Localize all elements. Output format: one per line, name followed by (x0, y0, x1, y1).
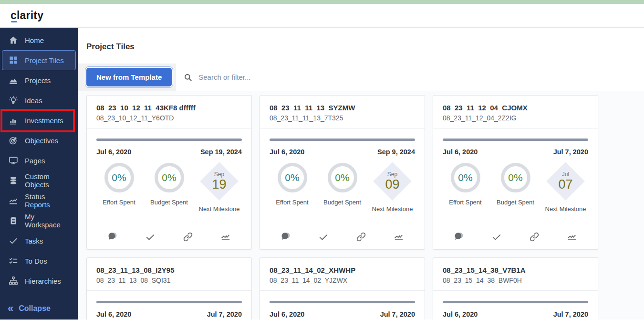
target-icon (8, 135, 19, 146)
card-actions-row (87, 231, 251, 249)
card-subtitle: 08_23_15_14_38_BWF0H (443, 277, 588, 284)
card-header: 08_23_11_13_08_I2Y95 08_23_11_13_08_SQI3… (87, 258, 251, 290)
card-metrics-row: Effort Spent Budget Spent Next Milestone (433, 318, 598, 320)
link-icon[interactable] (529, 231, 540, 243)
sidebar-item-label: Ideas (25, 96, 42, 105)
effort-spent-widget: 0% Effort Spent (96, 163, 142, 213)
card-title[interactable]: 08_23_11_13_08_I2Y95 (96, 266, 242, 274)
home-icon (8, 35, 19, 45)
project-card[interactable]: 08_23_11_14_02_XHWHP 08_23_11_14_02_YJZW… (260, 257, 425, 320)
project-card[interactable]: 08_23_11_12_04_CJOMX 08_23_11_12_04_2Z2I… (433, 95, 598, 250)
card-header: 08_23_11_14_02_XHWHP 08_23_11_14_02_YJZW… (260, 258, 425, 290)
card-subtitle: 08_23_11_11_13_7T325 (270, 114, 415, 122)
sidebar-item-label: Hierarchies (25, 277, 61, 285)
sidebar-item-status-reports[interactable]: Status Reports (2, 191, 76, 211)
conversation-icon[interactable] (107, 231, 118, 243)
check-icon (8, 235, 19, 246)
card-dates-row: Jul 6, 2020 Jul 7, 2020 (87, 303, 251, 318)
start-date: Jul 6, 2020 (96, 148, 131, 156)
main-content: Project Tiles New from Template 08_23_10… (78, 28, 644, 320)
card-metrics-row: 0% Effort Spent 0% Budget Spent Sep 09 (260, 156, 425, 213)
new-from-template-button[interactable]: New from Template (86, 68, 172, 86)
card-title[interactable]: 08_23_11_12_04_CJOMX (443, 104, 588, 112)
budget-spent-value: 0% (508, 172, 522, 183)
sidebar-item-objectives[interactable]: Objectives (2, 130, 76, 150)
project-card[interactable]: 08_23_11_13_08_I2Y95 08_23_11_13_08_SQI3… (86, 257, 252, 320)
status-report-icon[interactable] (220, 231, 231, 243)
milestone-diamond: Sep 09 (374, 163, 411, 199)
card-metrics-row: 0% Effort Spent 0% Budget Spent Sep 19 (87, 156, 251, 213)
card-actions-row (260, 231, 425, 249)
effort-spent-value: 0% (112, 172, 126, 183)
card-dates-row: Jul 6, 2020 Jul 7, 2020 (433, 141, 598, 156)
project-card[interactable]: 08_23_11_11_13_SYZMW 08_23_11_11_13_7T32… (260, 95, 425, 250)
tasks-check-icon[interactable] (491, 231, 502, 243)
sidebar-item-to-dos[interactable]: To Dos (2, 251, 76, 271)
next-milestone-label: Next Milestone (545, 205, 586, 213)
end-date: Jul 7, 2020 (380, 310, 415, 318)
budget-spent-widget: 0% Budget Spent (146, 163, 192, 213)
card-dates-row: Jul 6, 2020 Sep 19, 2024 (87, 141, 251, 156)
search-input[interactable] (198, 73, 636, 81)
app-header: clarity (0, 4, 644, 28)
sidebar-item-pages[interactable]: Pages (2, 150, 76, 171)
sidebar-item-tasks[interactable]: Tasks (2, 231, 76, 251)
budget-spent-ring: 0% (155, 163, 184, 192)
effort-spent-ring: 0% (451, 163, 480, 192)
card-header: 08_23_11_11_13_SYZMW 08_23_11_11_13_7T32… (260, 96, 425, 128)
start-date: Jul 6, 2020 (443, 310, 478, 318)
end-date: Sep 9, 2024 (377, 148, 415, 156)
sidebar-item-project-tiles[interactable]: Project Tiles (2, 50, 76, 70)
conversation-icon[interactable] (453, 231, 465, 243)
sidebar-item-hierarchies[interactable]: Hierarchies (2, 271, 76, 291)
projects-mountain-icon (8, 75, 19, 85)
sidebar-collapse-button[interactable]: « Collapse (0, 298, 78, 320)
sidebar-item-label: My Workspace (25, 213, 72, 229)
schedule-progress-track (260, 291, 425, 303)
conversation-icon[interactable] (280, 231, 291, 243)
sidebar-item-custom-objects[interactable]: Custom Objects (2, 171, 76, 191)
schedule-progress-track (87, 291, 251, 303)
milestone-day: 19 (212, 178, 226, 191)
sidebar-item-projects[interactable]: Projects (2, 70, 76, 90)
sidebar-item-my-workspace[interactable]: My Workspace (2, 211, 76, 231)
project-card[interactable]: 08_23_15_14_38_V7B1A 08_23_15_14_38_BWF0… (433, 257, 598, 320)
org-chart-icon (8, 276, 19, 286)
sidebar-item-label: Investments (25, 117, 63, 125)
sidebar-item-ideas[interactable]: Ideas (2, 90, 76, 110)
effort-spent-widget: 0% Effort Spent (270, 163, 315, 213)
clarity-logo[interactable]: clarity (10, 9, 43, 22)
sidebar-item-label: Objectives (25, 137, 58, 145)
budget-spent-widget: 0% Budget Spent (493, 163, 538, 213)
sidebar-item-home[interactable]: Home (2, 30, 76, 50)
sidebar-item-list: HomeProject TilesProjectsIdeasInvestment… (0, 30, 78, 291)
tiles-grid-icon (8, 55, 19, 65)
effort-spent-label: Effort Spent (449, 199, 481, 206)
sidebar-nav: HomeProject TilesProjectsIdeasInvestment… (0, 28, 78, 320)
monitor-icon (8, 155, 19, 166)
budget-spent-label: Budget Spent (323, 199, 361, 206)
search-box[interactable] (176, 64, 644, 91)
next-milestone-label: Next Milestone (372, 205, 413, 213)
card-subtitle: 08_23_10_12_11_Y6OTD (96, 114, 242, 122)
tasks-check-icon[interactable] (318, 231, 329, 243)
status-report-icon[interactable] (566, 231, 578, 243)
link-icon[interactable] (182, 231, 194, 243)
milestone-month: Jul (558, 171, 572, 178)
sidebar-item-investments[interactable]: Investments (2, 110, 76, 130)
effort-spent-ring: 0% (278, 163, 307, 192)
tasks-check-icon[interactable] (145, 231, 156, 243)
status-report-icon[interactable] (393, 231, 405, 243)
sidebar-item-label: To Dos (25, 257, 47, 265)
card-title[interactable]: 08_23_10_12_11_43KF8 dfffff (96, 104, 242, 112)
start-date: Jul 6, 2020 (443, 148, 478, 156)
card-title[interactable]: 08_23_11_14_02_XHWHP (270, 266, 415, 274)
project-card[interactable]: 08_23_10_12_11_43KF8 dfffff 08_23_10_12_… (86, 95, 252, 250)
card-title[interactable]: 08_23_11_11_13_SYZMW (270, 104, 415, 112)
card-title[interactable]: 08_23_15_14_38_V7B1A (443, 266, 588, 274)
milestone-diamond: Jul 07 (548, 163, 584, 199)
card-subtitle: 08_23_11_14_02_YJZWX (270, 277, 415, 284)
project-cards-grid: 08_23_10_12_11_43KF8 dfffff 08_23_10_12_… (86, 95, 644, 320)
effort-spent-widget: 0% Effort Spent (443, 163, 488, 213)
link-icon[interactable] (355, 231, 367, 243)
